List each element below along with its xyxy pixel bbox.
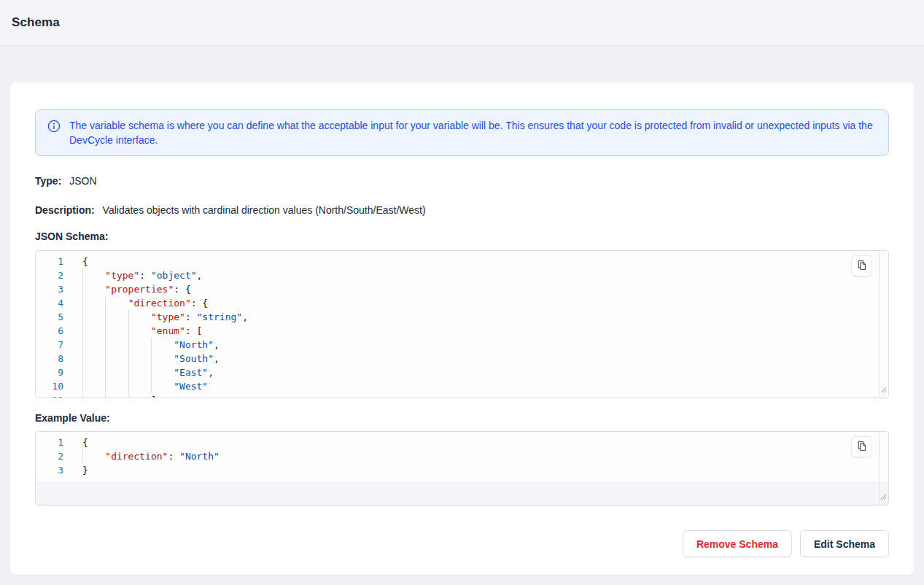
indent-guide [105, 365, 106, 379]
json-schema-code[interactable]: 1{2 "type": "object",3 "properties": {4 … [36, 251, 888, 398]
line-number: 7 [36, 338, 63, 352]
example-value-label: Example Value: [35, 412, 889, 424]
code-line: 6 "enum": [ [36, 324, 888, 338]
line-number: 11 [36, 393, 63, 398]
code-line: 1{ [36, 435, 888, 449]
indent-guide [105, 352, 106, 365]
copy-button[interactable] [851, 255, 872, 276]
buttons-row: Remove Schema Edit Schema [35, 530, 889, 557]
resize-grip-icon[interactable] [880, 383, 887, 396]
indent-guide [128, 338, 129, 352]
line-number: 9 [36, 365, 63, 379]
code-text: "North", [82, 338, 220, 352]
indent-guide [82, 352, 83, 365]
schema-card: The variable schema is where you can def… [10, 82, 914, 575]
line-number: 2 [36, 449, 63, 463]
code-line: 3} [36, 463, 888, 477]
indent-guide [82, 282, 83, 296]
indent-guide [82, 449, 83, 463]
example-value-editor[interactable]: 1{2 "direction": "North"3} [35, 431, 889, 505]
indent-guide [105, 393, 106, 398]
line-number: 10 [36, 379, 63, 393]
line-number: 5 [36, 310, 63, 324]
code-text: "South", [82, 352, 220, 365]
indent-guide [105, 379, 106, 393]
type-field: Type: JSON [35, 174, 889, 187]
info-circle-icon [47, 120, 61, 136]
code-text: "direction": "North" [82, 449, 220, 463]
indent-guide [128, 324, 129, 338]
resize-grip-icon[interactable] [880, 490, 887, 503]
copy-icon [856, 260, 867, 273]
type-value: JSON [69, 175, 96, 187]
code-line: 7 "North", [36, 338, 888, 352]
code-text: "direction": { [82, 296, 208, 310]
copy-icon [856, 441, 867, 454]
indent-guide [151, 338, 152, 352]
line-number: 2 [36, 268, 63, 282]
indent-guide [105, 296, 106, 310]
example-value-code[interactable]: 1{2 "direction": "North"3} [36, 432, 888, 481]
indent-guide [151, 352, 152, 365]
code-text: "West" [82, 379, 208, 393]
alert-message: The variable schema is where you can def… [69, 118, 877, 147]
code-text: "enum": [ [82, 324, 202, 338]
code-text: "type": "object", [82, 268, 202, 282]
line-number: 3 [36, 282, 63, 296]
code-line: 2 "type": "object", [36, 268, 888, 282]
indent-guide [82, 268, 83, 282]
code-text: "East", [82, 365, 214, 379]
indent-guide [151, 379, 152, 393]
code-line: 10 "West" [36, 379, 888, 393]
code-line: 2 "direction": "North" [36, 449, 888, 463]
indent-guide [82, 365, 83, 379]
line-number: 1 [36, 435, 63, 449]
type-label: Type: [35, 175, 61, 187]
line-number: 3 [36, 463, 63, 477]
code-text: { [82, 435, 88, 449]
code-line: 5 "type": "string", [36, 310, 888, 324]
indent-guide [105, 324, 106, 338]
code-line: 1{ [36, 255, 888, 268]
line-number: 8 [36, 352, 63, 365]
remove-schema-button[interactable]: Remove Schema [683, 530, 792, 557]
indent-guide [105, 310, 106, 324]
code-text: "type": "string", [82, 310, 248, 324]
json-schema-editor[interactable]: 1{2 "type": "object",3 "properties": {4 … [35, 250, 889, 398]
copy-button[interactable] [851, 436, 872, 457]
line-number: 1 [36, 255, 63, 268]
code-text: "properties": { [82, 282, 191, 296]
code-line: 4 "direction": { [36, 296, 888, 310]
json-schema-label: JSON Schema: [35, 230, 889, 242]
indent-guide [128, 379, 129, 393]
editor-scrollbar-divider [879, 251, 880, 398]
indent-guide [128, 310, 129, 324]
edit-schema-button[interactable]: Edit Schema [800, 530, 889, 557]
code-text: { [82, 255, 88, 268]
page-title: Schema [12, 15, 60, 30]
indent-guide [128, 352, 129, 365]
description-field: Description: Validates objects with card… [35, 204, 889, 217]
indent-guide [105, 338, 106, 352]
indent-guide [128, 393, 129, 398]
code-line: 8 "South", [36, 352, 888, 365]
code-text: ] [82, 393, 157, 398]
indent-guide [82, 310, 83, 324]
code-text: } [82, 463, 88, 477]
info-alert: The variable schema is where you can def… [35, 109, 889, 156]
indent-guide [82, 393, 83, 398]
indent-guide [82, 324, 83, 338]
indent-guide [151, 365, 152, 379]
line-number: 4 [36, 296, 63, 310]
indent-guide [128, 365, 129, 379]
description-label: Description: [35, 204, 95, 216]
code-line: 9 "East", [36, 365, 888, 379]
code-line: 11 ] [36, 393, 888, 398]
indent-guide [82, 379, 83, 393]
page-header: Schema [0, 0, 924, 46]
indent-guide [82, 296, 83, 310]
indent-guide [82, 338, 83, 352]
description-value: Validates objects with cardinal directio… [103, 204, 426, 216]
line-number: 6 [36, 324, 63, 338]
code-line: 3 "properties": { [36, 282, 888, 296]
